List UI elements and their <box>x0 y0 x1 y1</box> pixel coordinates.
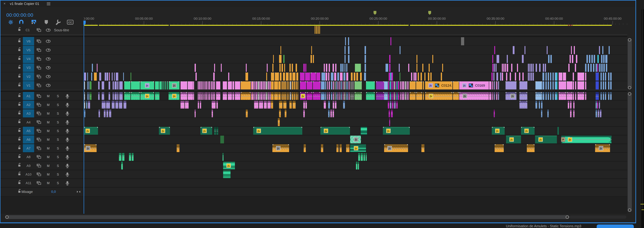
svg-text:C1: C1 <box>26 28 30 32</box>
svg-text:V1: V1 <box>26 84 30 87</box>
svg-text:M: M <box>47 103 50 107</box>
svg-text:fx: fx <box>355 147 357 150</box>
svg-text:M: M <box>47 181 50 185</box>
svg-text:A2: A2 <box>26 103 30 107</box>
svg-text:A8: A8 <box>26 155 30 159</box>
svg-text:fx: fx <box>540 138 542 141</box>
svg-text:Uniformisation de Amulets - St: Uniformisation de Amulets - Static Tensi… <box>506 224 581 228</box>
svg-text:fx: fx <box>569 138 571 141</box>
svg-text:fx: fx <box>302 95 304 98</box>
svg-text:M: M <box>47 121 50 124</box>
svg-text:A4: A4 <box>26 120 30 124</box>
svg-text:fx: fx <box>86 130 89 132</box>
svg-text:00:00:00:00: 00:00:00:00 <box>6 12 33 18</box>
svg-text:00:35:00:00: 00:35:00:00 <box>487 17 504 21</box>
svg-text:A6: A6 <box>26 138 30 141</box>
svg-text:fx: fx <box>87 147 89 150</box>
svg-text:A7: A7 <box>26 146 30 150</box>
svg-text:P: P <box>562 138 564 141</box>
svg-text:S: S <box>57 181 59 185</box>
svg-text:V4: V4 <box>26 57 30 61</box>
svg-text:00:30:00:00: 00:30:00:00 <box>428 17 446 21</box>
svg-text:S: S <box>57 121 59 124</box>
svg-text:fx: fx <box>277 147 280 150</box>
svg-text:fx: fx <box>464 95 466 98</box>
svg-text:00:05:00:00: 00:05:00:00 <box>135 17 153 21</box>
svg-text:fx: fx <box>430 95 432 98</box>
svg-text:S: S <box>57 103 59 107</box>
svg-text:M: M <box>47 147 50 150</box>
svg-text:CC: CC <box>68 21 72 24</box>
svg-text:fx: fx <box>512 95 514 98</box>
svg-text:fx: fx <box>526 130 528 132</box>
svg-text:M: M <box>47 94 50 98</box>
svg-text:V2: V2 <box>26 75 30 79</box>
svg-text:×: × <box>4 2 6 6</box>
svg-text:S: S <box>57 164 59 168</box>
svg-text:00:15:00:00: 00:15:00:00 <box>252 17 270 21</box>
svg-text:fx: fx <box>600 147 602 150</box>
svg-text:A3: A3 <box>26 112 30 115</box>
svg-text:M: M <box>47 138 50 141</box>
svg-text:A1: A1 <box>26 94 30 98</box>
svg-text:S: S <box>57 138 59 141</box>
svg-text:M: M <box>47 112 50 115</box>
svg-text:M: M <box>47 164 50 168</box>
svg-text:00:40:00:00: 00:40:00:00 <box>545 17 563 21</box>
svg-text:M: M <box>47 155 50 159</box>
svg-text:V5: V5 <box>26 48 30 52</box>
svg-text:fx: fx <box>325 130 327 132</box>
svg-text:A9: A9 <box>26 164 30 168</box>
svg-text:fx: fx <box>173 95 176 98</box>
svg-text:S: S <box>57 94 59 98</box>
svg-text:fx: fx <box>173 84 176 87</box>
svg-text:fx: fx <box>496 130 498 132</box>
svg-text:A5: A5 <box>26 129 30 133</box>
svg-text:00:45:00:00: 00:45:00:00 <box>604 17 622 21</box>
svg-text:C0124.: C0124. <box>441 84 452 87</box>
svg-text:fx: fx <box>388 147 391 150</box>
svg-text:M: M <box>47 173 50 176</box>
svg-text:fx: fx <box>463 84 466 87</box>
svg-text:S: S <box>57 173 59 176</box>
svg-text:S: S <box>57 155 59 159</box>
svg-text:M: M <box>47 129 50 133</box>
svg-text:V6: V6 <box>26 40 30 43</box>
svg-text:fx: fx <box>387 130 390 132</box>
svg-text:fx: fx <box>146 84 148 87</box>
svg-text:V3: V3 <box>26 66 30 70</box>
svg-text:0,0: 0,0 <box>51 190 56 193</box>
svg-text:fx: fx <box>430 84 432 87</box>
svg-text:A11: A11 <box>26 181 31 185</box>
svg-text:Sous-titre: Sous-titre <box>54 28 69 32</box>
svg-text:fx: fx <box>228 164 230 167</box>
svg-text:S: S <box>57 147 59 150</box>
svg-text:v1 finale Copier 01: v1 finale Copier 01 <box>10 2 39 6</box>
svg-text:Mixage: Mixage <box>22 190 33 194</box>
svg-text:fx: fx <box>355 138 357 141</box>
svg-text:S: S <box>57 112 59 115</box>
svg-text:fx: fx <box>258 130 260 132</box>
svg-text:00:25:00:00: 00:25:00:00 <box>370 17 387 21</box>
svg-text:S: S <box>57 129 59 133</box>
svg-text:fx: fx <box>162 130 164 132</box>
svg-text:C0169: C0169 <box>475 84 485 87</box>
svg-text:00:10:00:00: 00:10:00:00 <box>194 17 211 21</box>
svg-text:00:20:00:00: 00:20:00:00 <box>311 17 328 21</box>
svg-text:fx: fx <box>146 95 148 98</box>
svg-text:A10: A10 <box>26 172 32 176</box>
svg-text:fx: fx <box>204 130 206 132</box>
svg-text:fx: fx <box>510 138 513 141</box>
